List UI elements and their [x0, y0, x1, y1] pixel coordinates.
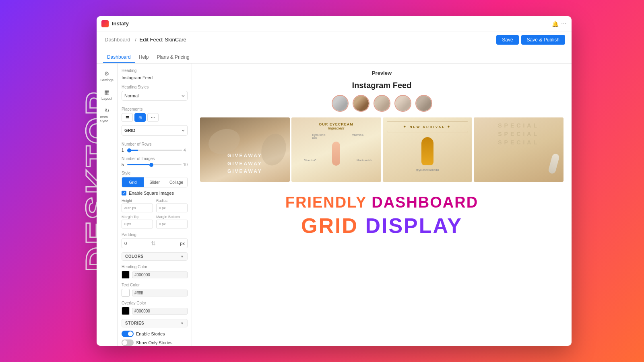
- promo-section: FRIENDLY DASHBOARD GRID DISPLAY: [200, 182, 564, 246]
- title-bar-actions: 🔔 ⋯: [552, 21, 567, 27]
- placement-alt-btn[interactable]: ⋯: [147, 113, 159, 122]
- tab-dashboard[interactable]: Dashboard: [103, 52, 135, 63]
- radius-input[interactable]: 0 px: [156, 204, 188, 212]
- story-image-5: [416, 96, 431, 111]
- sidebar-item-layout[interactable]: ▦ Layout: [99, 86, 116, 103]
- overlay-color-swatch[interactable]: [122, 307, 130, 315]
- grid-cell-2[interactable]: OUR EYECREAM Ingredient Hyaluronicacid V…: [291, 117, 381, 182]
- image-grid: GIVEAWAYGIVEAWAYGIVEAWAY OUR EYECREAM In…: [200, 117, 564, 182]
- promo-friendly: FRIENDLY: [285, 194, 367, 211]
- breadcrumb-home[interactable]: Dashboard: [105, 37, 130, 43]
- notification-icon[interactable]: 🔔: [552, 21, 559, 27]
- story-image-2: [353, 96, 369, 111]
- placements-label: Placements: [122, 107, 188, 111]
- colors-section-label: COLORS: [125, 254, 144, 259]
- show-only-stories-toggle[interactable]: [122, 339, 134, 346]
- story-circle-2[interactable]: [353, 95, 369, 112]
- sidebar-item-settings-label: Settings: [100, 78, 114, 82]
- story-circle-5[interactable]: [415, 95, 432, 112]
- margin-top-value: 0: [124, 222, 126, 226]
- overlay-color-hex[interactable]: #000000: [132, 308, 188, 315]
- stories-section-header[interactable]: STORIES ▼: [122, 319, 188, 327]
- preview-label: Preview: [200, 70, 564, 76]
- style-grid-btn[interactable]: Grid: [122, 177, 144, 187]
- app-logo: [101, 20, 109, 27]
- margin-bottom-input[interactable]: 0 px: [156, 220, 188, 228]
- placements-row: ☰ ⊞ ⋯: [122, 113, 188, 122]
- enable-square-checkbox[interactable]: ✓: [122, 191, 126, 195]
- margin-bottom-label: Margin Bottom: [156, 215, 188, 219]
- special-text: SPECIALSPECIALSPECIAL: [498, 121, 539, 147]
- sync-icon: ↻: [103, 107, 111, 114]
- tab-bar: Dashboard Help Plans & Pricing: [97, 48, 572, 64]
- heading-styles-label: Heading Styles: [122, 85, 188, 89]
- grid-type-select[interactable]: GRID: [122, 125, 188, 136]
- enable-stories-toggle[interactable]: [122, 331, 134, 337]
- app-window: Instafy 🔔 ⋯ Dashboard / Edit Feed: SkinC…: [97, 16, 572, 346]
- story-circle-4[interactable]: [394, 95, 411, 112]
- story-circle-1[interactable]: [332, 95, 349, 112]
- text-color-swatch[interactable]: [122, 289, 130, 297]
- breadcrumb-current: Edit Feed: SkinCare: [139, 37, 186, 43]
- title-bar: Instafy 🔔 ⋯: [97, 16, 572, 31]
- images-label: Number of Images: [122, 156, 188, 161]
- menu-icon[interactable]: ⋯: [561, 21, 567, 27]
- style-slider-btn[interactable]: Slider: [144, 177, 165, 187]
- save-button[interactable]: Save: [496, 35, 518, 45]
- overlay-color-row: #000000: [122, 307, 188, 315]
- enable-square-row: ✓ Enable Square Images: [122, 191, 188, 195]
- heading-styles-select[interactable]: Normal: [122, 91, 188, 101]
- promo-grid: GRID: [301, 214, 358, 237]
- padding-input[interactable]: 0 ⇅ px: [122, 239, 188, 248]
- grid-image-eyecream: OUR EYECREAM Ingredient Hyaluronicacid V…: [291, 117, 381, 182]
- stories-row: [200, 95, 564, 112]
- margin-bottom-value: 0: [159, 222, 161, 226]
- tab-plans-pricing[interactable]: Plans & Pricing: [153, 52, 193, 63]
- breadcrumb-separator: /: [135, 37, 136, 43]
- story-image-3: [374, 96, 390, 111]
- text-color-label: Text Color: [122, 283, 188, 287]
- text-color-hex[interactable]: #ffffff: [132, 290, 188, 296]
- radius-col-label: Radius: [156, 199, 188, 203]
- height-col-label: Height: [122, 199, 153, 203]
- promo-dashboard: DASHBOARD: [372, 194, 478, 211]
- rows-label: Number of Rows: [122, 142, 188, 146]
- story-circle-3[interactable]: [374, 95, 390, 112]
- radius-unit: px: [162, 206, 166, 210]
- style-row: Grid Slider Collage: [122, 177, 188, 187]
- margin-row: Margin Top 0 px Margin Bottom 0 px: [122, 215, 188, 228]
- heading-color-swatch[interactable]: [122, 271, 130, 279]
- grid-cell-4[interactable]: SPECIALSPECIALSPECIAL: [474, 117, 564, 182]
- heading-color-hex[interactable]: #000000: [132, 272, 188, 278]
- margin-bottom-col: Margin Bottom 0 px: [156, 215, 188, 228]
- sidebar-item-sync[interactable]: ↻ Insta Sync: [99, 105, 116, 125]
- height-radius-row: Height auto px Radius 0 px: [122, 199, 188, 212]
- margin-top-input[interactable]: 0 px: [122, 220, 153, 228]
- sidebar-item-settings[interactable]: ⚙ Settings: [99, 68, 116, 84]
- show-only-stories-row: Show Only Stories: [122, 339, 188, 346]
- height-input[interactable]: auto px: [122, 204, 153, 212]
- images-min-val: 5: [122, 162, 126, 167]
- placement-list-btn[interactable]: ☰: [122, 113, 133, 122]
- padding-value: 0: [124, 241, 127, 246]
- promo-display: DISPLAY: [365, 214, 462, 237]
- images-max-val: 10: [183, 162, 188, 167]
- padding-stepper[interactable]: ⇅: [151, 240, 156, 247]
- style-collage-btn[interactable]: Collage: [165, 177, 187, 187]
- rows-slider-row: 1 4: [122, 148, 188, 152]
- images-slider[interactable]: [127, 164, 182, 165]
- grid-cell-1[interactable]: GIVEAWAYGIVEAWAYGIVEAWAY: [200, 117, 290, 182]
- stories-section-label: STORIES: [125, 321, 144, 325]
- show-only-stories-label: Show Only Stories: [136, 340, 172, 345]
- colors-chevron-icon: ▼: [180, 255, 184, 259]
- promo-line1: FRIENDLY DASHBOARD: [208, 194, 555, 211]
- grid-cell-3[interactable]: ✦ NEW ARRIVAL ✦ @yoursocialmedia: [383, 117, 473, 182]
- colors-section-header[interactable]: COLORS ▼: [122, 252, 188, 261]
- style-label: Style: [122, 171, 188, 175]
- save-publish-button[interactable]: Save & Publish: [521, 35, 565, 45]
- placement-grid-btn[interactable]: ⊞: [134, 113, 146, 122]
- rows-slider[interactable]: [127, 150, 182, 151]
- tab-help[interactable]: Help: [135, 52, 153, 63]
- rows-max-val: 4: [184, 148, 188, 152]
- story-image-4: [395, 96, 411, 111]
